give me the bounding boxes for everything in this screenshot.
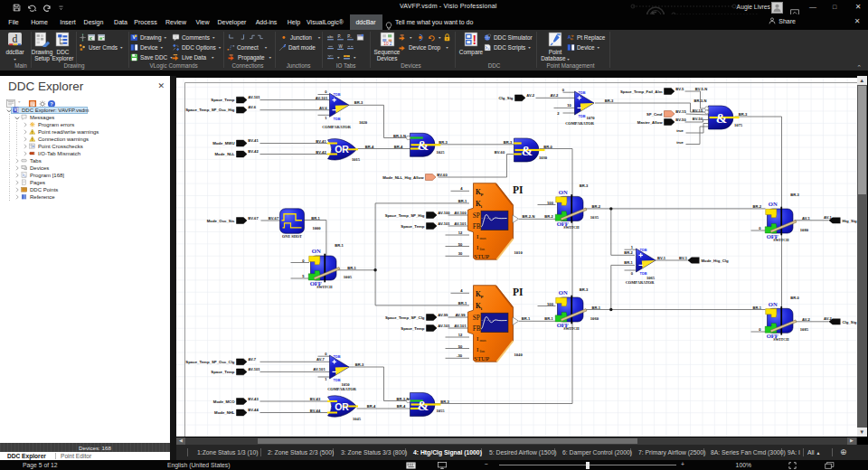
output-tag-clg_sig[interactable]: Clg_Sig [828, 318, 856, 324]
tree-item-messages[interactable]: Messages [0, 114, 170, 121]
page-tabs-all-dropdown[interactable]: All ▲ [807, 449, 820, 456]
page-indicator[interactable]: Page 5 of 12 [23, 462, 58, 468]
input-tag-mode_nll_htg_allow[interactable]: Mode_NLL_Htg_Allow BV-60 [382, 173, 448, 181]
ribbon-tab-review[interactable]: Review [160, 14, 193, 30]
ribbon-item-device[interactable]: Device▾ [567, 43, 599, 52]
input-tag-mode_nhl[interactable]: Mode_NHL BV-44 [214, 408, 259, 416]
undo-icon[interactable] [27, 0, 37, 15]
ribbon-tab-home[interactable]: Home [27, 14, 52, 30]
ribbon-tab-addins[interactable]: Add-ins [249, 14, 285, 30]
input-tag-master_allow[interactable]: Master_Allow BV-50 [637, 118, 686, 126]
ribbon-item-pt-replace[interactable]: APt Replace [567, 33, 605, 42]
and-gate-1030[interactable]: & 1030 [514, 138, 548, 162]
avatar[interactable] [771, 2, 783, 14]
scroll-right-icon[interactable]: ▶ [847, 437, 856, 445]
input-tag-space_temp_sp_htg[interactable]: Space_Temp_SP_Htg AV-100 [384, 211, 450, 219]
switch-1035[interactable]: ON OFF 1035 SWITCH [555, 189, 599, 230]
page-tab[interactable]: 3: Zone Status 3/3 (800) [341, 449, 407, 456]
close-button[interactable]: ✕ [852, 0, 864, 14]
ribbon-item-dev-arrow-icon[interactable]: ▾ [399, 33, 412, 42]
page-tab[interactable]: 2: Zone Status 2/3 (500) [268, 449, 334, 456]
drawing-canvas[interactable]: Space_Temp AV-101 Space_Temp_SP_Occ_Htg … [176, 78, 857, 437]
tree-item-tabs[interactable]: Tabs [0, 157, 170, 164]
page-tab[interactable]: 7: Primary Airflow (2500) [638, 449, 705, 456]
page-tab[interactable]: 4: Htg/Clg Signal (1000) [413, 449, 482, 456]
ribbon-item-elbow--icon[interactable] [249, 33, 257, 42]
and-gate-1055[interactable]: & 1055 [410, 393, 445, 417]
maximize-button[interactable]: □ [828, 0, 841, 14]
save-icon[interactable] [13, 0, 21, 15]
ribbon-item-io-p--icon[interactable]: P. [336, 33, 344, 42]
minimize-button[interactable]: — [807, 0, 819, 14]
one-shot-1000[interactable]: 1000 ONE SHOT [279, 209, 321, 239]
report-caret-icon[interactable]: ▾ [18, 99, 21, 104]
ribbon-item-io-w-icon[interactable]: W [336, 43, 344, 52]
fit-page-icon[interactable] [788, 462, 797, 470]
switch-1005[interactable]: ON OFF 1005 SWITCH [308, 248, 352, 288]
tree-item-reference[interactable]: Reference [0, 193, 170, 201]
add-page-icon[interactable]: ⊕ [840, 447, 847, 456]
ribbon-button-ddc-explorer[interactable]: DDCExplorer [48, 31, 78, 61]
tree-item-pages[interactable]: Pages [0, 179, 170, 186]
page-tab[interactable]: 6: Damper Control (2000) [562, 449, 632, 456]
zoom-in-icon[interactable]: + [681, 461, 684, 467]
input-tag-sf_cmd[interactable]: SF_Cmd BV-15 [646, 109, 686, 118]
ribbon-item-ddc-simulator[interactable]: DDC Simulator [484, 33, 533, 42]
or-gate-1045[interactable]: OR 1045 [327, 396, 362, 421]
ribbon-item-live-data[interactable]: Live Data▾ [172, 53, 214, 61]
horizontal-scrollbar[interactable]: ◀ ▶ [176, 437, 857, 446]
or-gate-1015[interactable]: OR 1015 [327, 139, 361, 162]
language-indicator[interactable]: English (United States) [167, 462, 231, 468]
comparator-1020[interactable]: TDB TDB 1020 COMPARATOR [322, 92, 368, 129]
user-name[interactable]: Augie Livres [737, 4, 770, 10]
ribbon-item-junction[interactable]: Junction▾ [280, 33, 320, 42]
ribbon-item-save-ddc[interactable]: Save DDC▾ [130, 53, 173, 61]
zoom-slider-thumb[interactable] [586, 462, 590, 469]
ribbon-tab-developer[interactable]: Developer [211, 14, 254, 30]
wire[interactable] [438, 155, 514, 178]
ribbon-item-elbow--icon[interactable] [240, 33, 248, 42]
tree-item-ddc-explorer-vavfp-vsdm[interactable]: V DDC Explorer: VAVFP.vsdm [0, 107, 170, 114]
input-tag-space_temp[interactable]: Space_Temp AV-101 [211, 367, 260, 375]
ribbon-item-io-eq-icon[interactable]: ▾ [326, 53, 340, 61]
wire[interactable] [685, 114, 708, 115]
vertical-scroll-thumb[interactable] [858, 86, 866, 194]
scroll-down-icon[interactable]: ▼ [857, 428, 867, 437]
tree-item-ddc-points[interactable]: DDC Points [0, 186, 170, 193]
input-tag-clg_sig[interactable]: Clg_Sig AV-2 [498, 93, 534, 101]
ribbon-item-dart-mode[interactable]: Dart mode [278, 43, 316, 52]
ribbon-tab-ddcbar[interactable]: ddcBar [350, 14, 382, 30]
horizontal-scroll-thumb[interactable] [258, 438, 637, 445]
tree-item-connection-warnings[interactable]: Connection warnings [0, 136, 170, 143]
scroll-up-icon[interactable]: ▲ [857, 76, 867, 85]
ribbon-button-compare[interactable]: !Compare [455, 31, 487, 55]
input-tag-mode_nll[interactable]: Mode_NLL BV-42 [214, 149, 259, 157]
page-tab[interactable]: 9A: I [788, 449, 800, 456]
ribbon-item-device[interactable]: Device▾ [130, 43, 163, 52]
page-tab[interactable]: 8A: Series Fan Cmd (3000) [711, 449, 786, 456]
and-gate-1075[interactable]: & 1075 [708, 106, 742, 129]
page-tab[interactable]: 5: Desired Airflow (1500) [489, 449, 556, 456]
input-tag-space_temp[interactable]: Space_Temp AV-101 [401, 221, 450, 230]
present-icon[interactable] [438, 462, 447, 470]
ribbon-item-window-g-icon[interactable] [98, 33, 106, 42]
output-tag-htg_sig[interactable]: Htg_Sig [828, 217, 857, 223]
zoom-out-icon[interactable]: − [485, 461, 488, 467]
vertical-scrollbar[interactable]: ▲ ▼ [857, 76, 868, 437]
zoom-level[interactable]: 100% [719, 462, 751, 468]
ribbon-tab-visuallogic[interactable]: VisualLogic® [298, 14, 353, 30]
ribbon-item-dev-dot-icon[interactable] [417, 33, 425, 42]
scroll-left-icon[interactable]: ◀ [176, 437, 185, 445]
ribbon-item-io-d--icon[interactable] [346, 43, 354, 52]
and-gate-1025[interactable]: & 1025 [410, 133, 445, 156]
ribbon-item-user-cmds[interactable]: User Cmds▾ [79, 43, 122, 52]
input-tag-space_temp_sp_clg[interactable]: Space_Temp_SP_Clg AV-99 [384, 313, 448, 321]
wire[interactable] [685, 124, 708, 134]
ribbon-item-lock-icon[interactable] [443, 33, 451, 42]
input-tag-mode_mco[interactable]: Mode_MCO BV-43 [212, 397, 259, 405]
ribbon-item-comments[interactable]: Comments▾ [172, 33, 214, 42]
input-tag-mode_occ_sts[interactable]: Mode_Occ_Sts BV-67 [206, 216, 259, 224]
ribbon-item-ddc-scripts[interactable]: DDC Scripts▾ [484, 43, 531, 52]
panel-close-icon[interactable]: ✕ [157, 81, 165, 90]
qat-more-icon[interactable] [58, 0, 64, 15]
